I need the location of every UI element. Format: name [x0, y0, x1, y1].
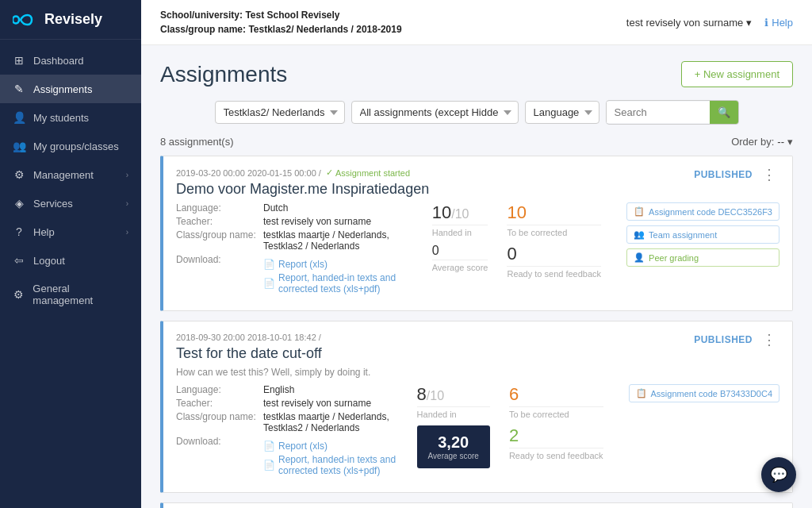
order-by-value: -- — [777, 136, 784, 148]
download-links: 📄 Report (xls) 📄 Report, handed-in texts… — [263, 259, 419, 297]
sidebar-item-logout[interactable]: ⇦ Logout — [0, 246, 141, 275]
class-value: testklas maartje / Nederlands, Testklas2… — [263, 229, 419, 252]
search-field: 🔍 — [606, 100, 739, 125]
sidebar-item-my-students[interactable]: 👤 My students — [0, 103, 141, 132]
main-area: School/university: Test School Revisely … — [141, 0, 812, 508]
class-label: Class/group name: — [176, 411, 263, 433]
card-stats: 10/10 Handed in 0 Average score 10 To be… — [432, 202, 779, 299]
search-icon: 🔍 — [718, 106, 730, 118]
dashboard-icon: ⊞ — [13, 54, 25, 67]
assignment-title[interactable]: Test for the date cut-off — [176, 345, 370, 362]
class-filter-select[interactable]: Testklas2/ Nederlands — [215, 101, 345, 124]
sidebar-nav: ⊞ Dashboard ✎ Assignments 👤 My students … — [0, 40, 141, 508]
info-class: Class/group name: testklas maartje / Ned… — [176, 229, 419, 252]
language-label: Language: — [176, 384, 263, 395]
students-icon: 👤 — [13, 111, 25, 124]
avg-score-value: 0 — [432, 244, 488, 258]
count-row: 8 assignment(s) Order by: -- ▾ — [160, 136, 793, 148]
general-management-icon: ⚙ — [13, 288, 25, 301]
sidebar-item-management[interactable]: ⚙ Management › — [0, 160, 141, 189]
download-report-link[interactable]: 📄 Report (xls) — [263, 441, 404, 452]
logo-icon — [13, 12, 38, 28]
chat-button[interactable]: 💬 — [761, 457, 796, 492]
sidebar-item-assignments[interactable]: ✎ Assignments — [0, 75, 141, 103]
stat-handed-in: 10/10 Handed in 0 Average score — [432, 202, 488, 272]
team-assignment-badge[interactable]: 👥 Team assignment — [626, 225, 779, 244]
team-icon: 👥 — [634, 229, 645, 240]
sidebar-item-services[interactable]: ◈ Services › — [0, 189, 141, 217]
info-teacher: Teacher: test revisely von surname — [176, 216, 419, 227]
info-class: Class/group name: testklas maartje / Ned… — [176, 411, 404, 433]
ready-feedback-label: Ready to send feedback — [509, 448, 603, 460]
handed-in-label: Handed in — [417, 406, 490, 419]
card-status: PUBLISHED ⋮ — [694, 333, 779, 347]
handed-in-value: 10/10 — [432, 202, 488, 223]
assignments-icon: ✎ — [13, 83, 25, 95]
new-assignment-button[interactable]: + New assignment — [681, 61, 793, 87]
file-icon: 📄 — [263, 259, 275, 270]
sidebar-item-dashboard[interactable]: ⊞ Dashboard — [0, 46, 141, 75]
language-filter-select[interactable]: Language Dutch English — [525, 101, 599, 124]
stat-right: 10 To be corrected 0 Ready to send feedb… — [507, 202, 601, 279]
file-full-icon: 📄 — [263, 460, 275, 471]
avg-score-box: 3,20 Average score — [417, 425, 490, 468]
handed-in-value: 8/10 — [417, 384, 490, 405]
assignment-code-badge[interactable]: 📋 Assignment code DECC3526F3 — [626, 202, 779, 221]
sidebar-label-services: Services — [33, 198, 73, 210]
topbar: School/university: Test School Revisely … — [141, 0, 812, 45]
filters-bar: Testklas2/ Nederlands All assignments (e… — [160, 100, 793, 125]
logo-text: Revisely — [44, 11, 102, 28]
download-label: Download: — [176, 436, 263, 479]
card-date: 2018-09-30 20:00 2018-10-01 18:42 / — [176, 333, 370, 342]
file-icon: 📄 — [263, 441, 275, 452]
assignment-description: How can we test this? Well, simply by do… — [176, 367, 370, 378]
avg-score-label: Average score — [428, 452, 479, 460]
more-options-button[interactable]: ⋮ — [759, 333, 779, 347]
sidebar-item-groups[interactable]: 👥 My groups/classes — [0, 132, 141, 160]
sidebar-item-general-management[interactable]: ⚙ General management — [0, 275, 141, 314]
assignment-title[interactable]: Demo voor Magister.me Inspiratiedagen — [176, 181, 429, 198]
card-info: Language: English Teacher: test revisely… — [176, 384, 404, 481]
logo[interactable]: Revisely — [0, 0, 141, 40]
order-by[interactable]: Order by: -- ▾ — [731, 136, 793, 148]
assignment-card: 2018-09-30 20:00 2018-10-01 18:42 / Test… — [160, 321, 793, 493]
status-published-badge: PUBLISHED — [694, 169, 753, 180]
services-icon: ◈ — [13, 197, 25, 210]
avg-score-value: 3,20 — [428, 433, 479, 452]
ready-feedback-value: 2 — [509, 425, 603, 446]
handed-in-label: Handed in — [432, 225, 488, 237]
assignment-started-badge: ✓ Assignment started — [326, 167, 410, 178]
sidebar-item-help[interactable]: ? Help › — [0, 217, 141, 246]
search-input[interactable] — [607, 102, 710, 123]
services-arrow: › — [126, 199, 128, 208]
more-options-button[interactable]: ⋮ — [759, 167, 779, 182]
language-value: Dutch — [263, 202, 288, 214]
info-language: Language: Dutch — [176, 202, 419, 214]
to-correct-label: To be corrected — [507, 225, 601, 237]
peer-grading-badge[interactable]: 👤 Peer grading — [626, 248, 779, 267]
avg-score-label: Average score — [432, 260, 488, 272]
class-value: testklas maartje / Nederlands, Testklas2… — [263, 411, 404, 433]
download-full-link[interactable]: 📄 Report, handed-in texts and corrected … — [263, 272, 419, 294]
teacher-value: test revisely von surname — [263, 216, 371, 227]
card-header-left: 2019-03-20 00:00 2020-01-15 00:00 / ✓ As… — [176, 167, 429, 202]
user-menu[interactable]: test revisely von surname ▾ — [626, 17, 752, 29]
card-actions: 📋 Assignment code DECC3526F3 👥 Team assi… — [626, 202, 779, 267]
to-correct-label: To be corrected — [509, 406, 603, 419]
help-link[interactable]: ℹ Help — [764, 17, 793, 29]
class-label: Class/group name: — [176, 229, 263, 252]
card-top: 2019-03-20 00:00 2020-01-15 00:00 / ✓ As… — [176, 167, 779, 202]
download-label: Download: — [176, 254, 263, 297]
order-by-label: Order by: — [731, 136, 774, 148]
content-area: Assignments + New assignment Testklas2/ … — [141, 45, 812, 508]
search-button[interactable]: 🔍 — [710, 101, 738, 124]
topbar-school-info: School/university: Test School Revisely … — [160, 8, 402, 37]
assignment-card: 2019-03-20 00:00 2020-01-15 00:00 / ✓ As… — [160, 156, 793, 311]
help-circle-icon: ℹ — [764, 17, 768, 29]
download-full-link[interactable]: 📄 Report, handed-in texts and corrected … — [263, 454, 404, 476]
assignment-code-badge[interactable]: 📋 Assignment code B73433D0C4 — [629, 384, 779, 402]
download-report-link[interactable]: 📄 Report (xls) — [263, 259, 419, 270]
assignment-filter-select[interactable]: All assignments (except Hidde — [351, 101, 519, 124]
sidebar-label-students: My students — [33, 112, 89, 124]
stat-handed-in: 8/10 Handed in 3,20 Average score — [417, 384, 490, 468]
